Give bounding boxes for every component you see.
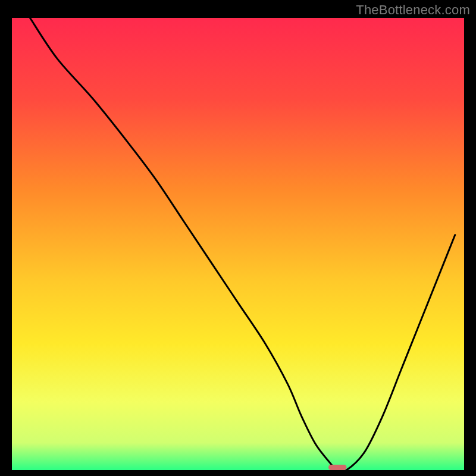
plot-area <box>12 18 464 470</box>
svg-rect-0 <box>12 18 464 470</box>
background-gradient <box>12 18 464 470</box>
watermark-text: TheBottleneck.com <box>356 2 470 18</box>
chart-container: TheBottleneck.com <box>0 0 476 476</box>
